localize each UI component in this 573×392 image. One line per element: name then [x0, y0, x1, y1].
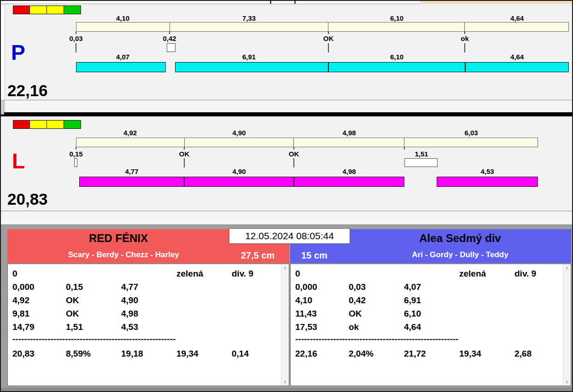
- plan-splits-bar: [76, 22, 569, 32]
- result-row: 0,000 0,03 4,07: [291, 282, 571, 294]
- result-cell: 11,43: [295, 309, 317, 319]
- tick-mark: [293, 158, 294, 167]
- change-marker-label: 1,51: [415, 150, 428, 158]
- light-yellow-icon: [30, 120, 47, 129]
- result-cell: 0: [295, 269, 300, 279]
- fault-marker-box[interactable]: [404, 158, 438, 167]
- run-bar-segment: [79, 177, 184, 187]
- split-plan-label: 4,98: [294, 129, 404, 137]
- split-plan-label: 4,92: [76, 129, 184, 137]
- tick-mark: [184, 147, 185, 150]
- scrollbar-thumb[interactable]: [0, 100, 4, 115]
- change-marker-label: ok: [461, 35, 469, 42]
- result-cell: 20,83: [12, 349, 35, 359]
- scroll-down-icon[interactable]: ∨: [563, 379, 571, 384]
- scroll-up-icon[interactable]: ∧: [563, 265, 571, 271]
- result-cell: 2,68: [515, 349, 532, 359]
- fault-marker-box[interactable]: [74, 158, 77, 167]
- spacer-strip: [0, 100, 573, 112]
- tick-mark: [328, 32, 329, 34]
- result-cell: 19,18: [121, 349, 143, 359]
- change-marker-label: OK: [323, 35, 334, 42]
- result-cell: 4,98: [121, 309, 138, 319]
- total-time-p: 22,16: [7, 81, 48, 100]
- scroll-down-icon[interactable]: ∨: [281, 379, 289, 384]
- tick-mark: [464, 43, 465, 52]
- result-cell: 19,34: [176, 349, 199, 359]
- results-text-left[interactable]: 0 zelená div. 9 0,000 0,15 4,77 4,92 OK …: [7, 264, 289, 386]
- change-marker-label: 0,03: [69, 35, 82, 42]
- result-cell: 2,04%: [349, 349, 374, 359]
- result-cell: OK: [66, 309, 79, 319]
- status-lights: [13, 6, 81, 14]
- split-run-label: 4,77: [79, 167, 184, 175]
- light-green-icon: [64, 120, 81, 129]
- run-bar-segment: [294, 177, 404, 187]
- results-text-right[interactable]: 0 zelená div. 9 0,000 0,03 4,07 4,10 0,4…: [290, 264, 571, 386]
- tick-mark: [76, 147, 76, 150]
- result-cell: 21,72: [404, 349, 426, 359]
- titlebar-notch-icon: [294, 0, 296, 4]
- fault-checkbox[interactable]: [167, 43, 175, 52]
- change-marker-label: OK: [289, 150, 299, 158]
- split-plan-label: 4,90: [184, 129, 294, 137]
- result-row: 0 zelená div. 9: [8, 269, 289, 281]
- change-marker-label: 0,42: [163, 35, 176, 42]
- result-cell: 4,10: [295, 295, 312, 306]
- tick-mark: [293, 147, 294, 150]
- result-row: 9,81 OK 4,98: [8, 309, 289, 321]
- total-time-l: 20,83: [7, 190, 48, 208]
- result-cell: 22,16: [295, 349, 317, 359]
- result-cell: ok: [349, 322, 359, 332]
- scrollbar[interactable]: ∧ ∨: [563, 264, 571, 386]
- run-bar-segment: [437, 177, 538, 187]
- tick-mark: [169, 32, 170, 34]
- tick-mark: [404, 147, 405, 150]
- result-row: 17,53 ok 4,64: [291, 322, 571, 334]
- timing-panel-l: 4,92 4,90 4,98 6,03 0,15 OK OK 1,51 4,77…: [0, 116, 573, 211]
- bar-segment: [465, 23, 568, 31]
- result-row: 0 zelená div. 9: [291, 269, 571, 281]
- result-cell: OK: [349, 309, 362, 319]
- split-run-label: 4,64: [465, 53, 569, 61]
- bar-segment: [76, 138, 185, 147]
- result-row: 0,000 0,15 4,77: [8, 282, 289, 294]
- scrollbar[interactable]: ∧ ∨: [281, 264, 289, 386]
- result-cell: 9,81: [12, 309, 29, 319]
- result-cell: 19,34: [459, 349, 481, 359]
- results-area: RED FÉNIX Scary - Berdy - Chezz - Harley…: [0, 225, 573, 392]
- result-cell: 0,000: [12, 282, 35, 292]
- scroll-up-icon[interactable]: ∧: [281, 265, 289, 271]
- titlebar-right-area: [420, 0, 573, 4]
- result-cell: 4,07: [404, 282, 421, 292]
- result-cell: 0,15: [66, 282, 83, 292]
- result-cell: 4,92: [12, 295, 29, 306]
- left-scrollbar[interactable]: [0, 4, 5, 112]
- light-yellow-icon: [47, 6, 64, 14]
- split-run-label: 4,98: [294, 167, 404, 175]
- bar-segment: [328, 23, 465, 31]
- result-row: 14,79 1,51 4,53: [8, 322, 289, 334]
- result-cell: 4,90: [121, 295, 138, 306]
- datetime-display: 12.05.2024 08:05:44: [229, 228, 350, 244]
- title-bar: [0, 0, 573, 4]
- split-run-label: 4,53: [437, 167, 538, 175]
- status-lights: [13, 120, 81, 129]
- team-members: Ari - Gordy - Dully - Teddy: [349, 250, 571, 259]
- split-run-label: 6,10: [328, 53, 465, 61]
- result-cell: zelená: [176, 269, 203, 279]
- result-cell: zelená: [459, 269, 486, 279]
- run-bar-segment: [465, 62, 569, 72]
- result-cell: 0: [12, 269, 18, 279]
- titlebar-notch-icon: [270, 0, 271, 4]
- spacer-strip: [0, 211, 573, 225]
- bar-segment: [170, 23, 328, 31]
- jump-height: 15 cm: [301, 250, 327, 261]
- split-plan-label: 7,33: [170, 14, 328, 22]
- totals-row: 20,83 8,59% 19,18 19,34 0,14: [8, 349, 289, 361]
- result-cell: div. 9: [515, 269, 536, 279]
- team-name: Alea Sedmý div: [349, 232, 571, 245]
- run-bar-segment: [328, 62, 465, 72]
- tick-mark: [464, 32, 465, 34]
- split-plan-label: 6,10: [328, 14, 465, 22]
